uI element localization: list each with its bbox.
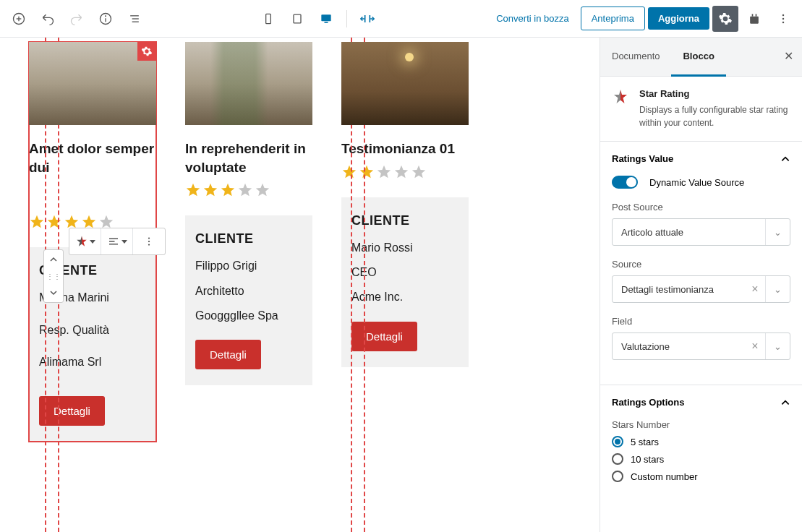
update-button[interactable]: Aggiorna bbox=[648, 7, 709, 30]
svg-rect-10 bbox=[294, 14, 301, 23]
radio-custom[interactable]: Custom number bbox=[612, 471, 790, 482]
radio-5-stars[interactable]: 5 stars bbox=[612, 436, 790, 447]
fullwidth-icon[interactable] bbox=[354, 6, 380, 32]
sidebar-tabs: Documento Blocco ✕ bbox=[600, 38, 802, 77]
block-toolbar bbox=[69, 228, 166, 255]
post-source-select[interactable]: Articolo attuale ⌄ bbox=[612, 218, 790, 246]
preview-button[interactable]: Anteprima bbox=[581, 7, 645, 30]
toolbar-center bbox=[255, 6, 380, 32]
card-image[interactable] bbox=[341, 42, 469, 125]
radio-10-stars[interactable]: 10 stars bbox=[612, 453, 790, 465]
mobile-icon[interactable] bbox=[284, 6, 310, 32]
move-down-button[interactable] bbox=[44, 283, 63, 302]
image-settings-icon[interactable] bbox=[137, 42, 156, 61]
clear-icon[interactable]: × bbox=[745, 276, 765, 302]
source-label: Source bbox=[612, 259, 790, 270]
plugin-icon[interactable] bbox=[741, 6, 767, 32]
client-name: Filippo Grigi bbox=[195, 258, 302, 274]
settings-icon[interactable] bbox=[712, 6, 738, 32]
tablet-icon[interactable] bbox=[255, 6, 281, 32]
toggle-label: Dynamic Value Source bbox=[649, 177, 744, 188]
client-role: Resp. Qualità bbox=[39, 322, 146, 338]
tab-block[interactable]: Blocco bbox=[671, 38, 725, 77]
block-type-button[interactable] bbox=[69, 228, 101, 254]
card-title[interactable]: Testimonianza 01 bbox=[341, 140, 469, 158]
chevron-down-icon: ⌄ bbox=[765, 333, 790, 359]
divider bbox=[346, 10, 347, 27]
clear-icon[interactable]: × bbox=[745, 333, 765, 359]
client-box: CLIENTE Filippo Grigi Architetto Googggl… bbox=[185, 215, 312, 385]
card-title[interactable]: In reprehenderit in voluptate bbox=[185, 140, 312, 176]
client-name: Mario Rossi bbox=[351, 240, 458, 256]
svg-rect-12 bbox=[324, 22, 328, 23]
close-sidebar-icon[interactable]: ✕ bbox=[784, 49, 793, 63]
client-role: Architetto bbox=[195, 283, 302, 299]
star-rating bbox=[185, 182, 312, 198]
svg-point-18 bbox=[782, 14, 785, 16]
testimonial-card-2[interactable]: Testimonianza 01 CLIENTE Mario Rossi CEO… bbox=[341, 42, 469, 442]
block-more-button[interactable] bbox=[133, 228, 165, 254]
client-company: Alimama Srl bbox=[39, 354, 146, 370]
client-label: CLIENTE bbox=[195, 231, 302, 246]
chevron-down-icon: ⌄ bbox=[765, 219, 790, 245]
details-button[interactable]: Dettagli bbox=[351, 322, 417, 351]
block-mover: ⋮⋮ bbox=[43, 249, 64, 303]
more-icon[interactable] bbox=[770, 6, 796, 32]
tab-document[interactable]: Documento bbox=[600, 38, 671, 76]
svg-rect-17 bbox=[756, 14, 757, 16]
svg-point-26 bbox=[148, 244, 150, 245]
dynamic-source-toggle[interactable] bbox=[612, 176, 638, 189]
testimonial-card-1[interactable]: In reprehenderit in voluptate CLIENTE Fi… bbox=[185, 42, 312, 442]
chevron-down-icon: ⌄ bbox=[765, 276, 790, 302]
chevron-up-icon bbox=[780, 398, 790, 408]
svg-point-19 bbox=[782, 17, 785, 20]
card-image[interactable] bbox=[29, 42, 156, 125]
toolbar-left bbox=[6, 6, 148, 32]
align-button[interactable] bbox=[101, 228, 133, 254]
client-role: CEO bbox=[351, 265, 458, 280]
chevron-up-icon bbox=[780, 154, 790, 164]
card-image[interactable] bbox=[185, 42, 312, 125]
source-select[interactable]: Dettagli testimonianza × ⌄ bbox=[612, 275, 790, 303]
details-button[interactable]: Dettagli bbox=[195, 340, 261, 369]
settings-sidebar: Documento Blocco ✕ Star Rating Displays … bbox=[600, 38, 802, 532]
panel-head-ratings-options[interactable]: Ratings Options bbox=[600, 385, 802, 419]
svg-rect-11 bbox=[321, 14, 330, 21]
panel-ratings-options: Ratings Options Stars Number 5 stars 10 … bbox=[600, 385, 802, 499]
svg-rect-9 bbox=[265, 14, 270, 23]
move-up-button[interactable] bbox=[44, 250, 63, 269]
top-toolbar: Converti in bozza Anteprima Aggiorna bbox=[0, 0, 802, 38]
panel-head-ratings-value[interactable]: Ratings Value bbox=[600, 142, 802, 176]
star-rating-icon bbox=[612, 88, 629, 106]
panel-ratings-value: Ratings Value Dynamic Value Source Post … bbox=[600, 141, 802, 385]
field-select[interactable]: Valutazione × ⌄ bbox=[612, 332, 790, 360]
desktop-icon[interactable] bbox=[313, 6, 339, 32]
outline-icon[interactable] bbox=[121, 6, 148, 32]
svg-point-20 bbox=[782, 21, 785, 23]
block-description: Displays a fully configurable star ratin… bbox=[639, 103, 790, 129]
svg-point-24 bbox=[148, 237, 150, 239]
client-company: Googggllee Spa bbox=[195, 308, 302, 324]
post-source-label: Post Source bbox=[612, 202, 790, 213]
field-label: Field bbox=[612, 316, 790, 327]
info-icon[interactable] bbox=[93, 6, 119, 32]
svg-rect-16 bbox=[752, 14, 754, 16]
toolbar-right: Converti in bozza Anteprima Aggiorna bbox=[487, 6, 796, 32]
add-block-icon[interactable] bbox=[6, 6, 32, 32]
convert-draft-button[interactable]: Converti in bozza bbox=[487, 7, 577, 30]
star-rating bbox=[341, 164, 469, 180]
client-box: CLIENTE Mario Rossi CEO Acme Inc. Dettag… bbox=[341, 197, 469, 367]
svg-point-5 bbox=[106, 15, 106, 16]
stars-number-label: Stars Number bbox=[612, 419, 790, 430]
drag-handle-icon[interactable]: ⋮⋮ bbox=[44, 269, 63, 283]
svg-rect-15 bbox=[750, 16, 759, 23]
details-button[interactable]: Dettagli bbox=[39, 396, 105, 426]
svg-point-25 bbox=[148, 241, 150, 242]
undo-icon[interactable] bbox=[35, 6, 61, 32]
block-title: Star Rating bbox=[639, 88, 790, 99]
redo-icon[interactable] bbox=[64, 6, 90, 32]
card-title[interactable]: Amet dolor semper dui bbox=[29, 140, 156, 176]
block-header: Star Rating Displays a fully configurabl… bbox=[600, 77, 802, 141]
client-label: CLIENTE bbox=[351, 213, 458, 228]
editor-canvas: ⋮⋮ Amet dolor semper dui bbox=[0, 38, 600, 532]
